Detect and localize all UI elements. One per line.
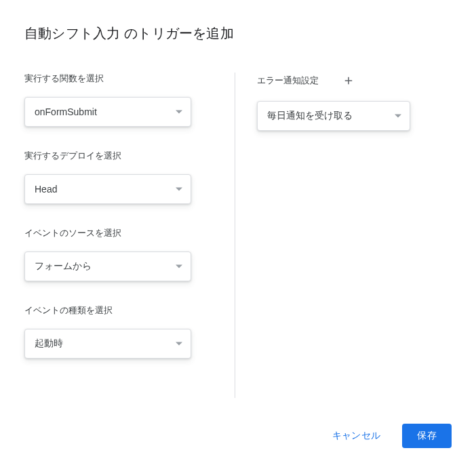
column-left: 実行する関数を選択 onFormSubmit 実行するデプロイを選択 Head …	[24, 73, 235, 398]
dialog-title: 自動シフト入力 のトリガーを追加	[24, 24, 452, 43]
cancel-button[interactable]: キャンセル	[327, 424, 386, 447]
chevron-down-icon	[395, 115, 401, 118]
event-source-select[interactable]: フォームから	[24, 251, 191, 281]
function-select-label: 実行する関数を選択	[24, 73, 213, 85]
column-right: エラー通知設定 毎日通知を受け取る	[257, 73, 452, 398]
error-notification-header: エラー通知設定	[257, 73, 452, 89]
function-select-value: onFormSubmit	[35, 106, 97, 117]
field-event-type: イベントの種類を選択 起動時	[24, 304, 213, 359]
add-notification-button[interactable]	[340, 73, 357, 89]
field-event-source: イベントのソースを選択 フォームから	[24, 227, 213, 281]
field-deploy: 実行するデプロイを選択 Head	[24, 150, 213, 204]
deploy-select-value: Head	[35, 184, 57, 195]
chevron-down-icon	[176, 110, 182, 114]
deploy-select-label: 実行するデプロイを選択	[24, 150, 213, 162]
chevron-down-icon	[176, 188, 182, 191]
dialog-columns: 実行する関数を選択 onFormSubmit 実行するデプロイを選択 Head …	[24, 73, 452, 398]
error-notification-label: エラー通知設定	[257, 75, 319, 87]
event-type-select[interactable]: 起動時	[24, 329, 191, 359]
function-select[interactable]: onFormSubmit	[24, 97, 191, 127]
chevron-down-icon	[176, 265, 182, 268]
event-type-select-label: イベントの種類を選択	[24, 304, 213, 317]
deploy-select[interactable]: Head	[24, 174, 191, 204]
error-notification-select-value: 毎日通知を受け取る	[267, 110, 353, 122]
plus-icon	[342, 75, 355, 87]
event-source-select-label: イベントのソースを選択	[24, 227, 213, 239]
add-trigger-dialog: 自動シフト入力 のトリガーを追加 実行する関数を選択 onFormSubmit …	[0, 0, 476, 463]
event-source-select-value: フォームから	[35, 260, 92, 273]
event-type-select-value: 起動時	[35, 338, 63, 350]
chevron-down-icon	[176, 342, 182, 346]
dialog-footer: キャンセル 保存	[327, 424, 452, 448]
column-divider	[235, 73, 235, 398]
save-button[interactable]: 保存	[402, 424, 452, 448]
field-function: 実行する関数を選択 onFormSubmit	[24, 73, 213, 127]
error-notification-select[interactable]: 毎日通知を受け取る	[257, 101, 410, 131]
